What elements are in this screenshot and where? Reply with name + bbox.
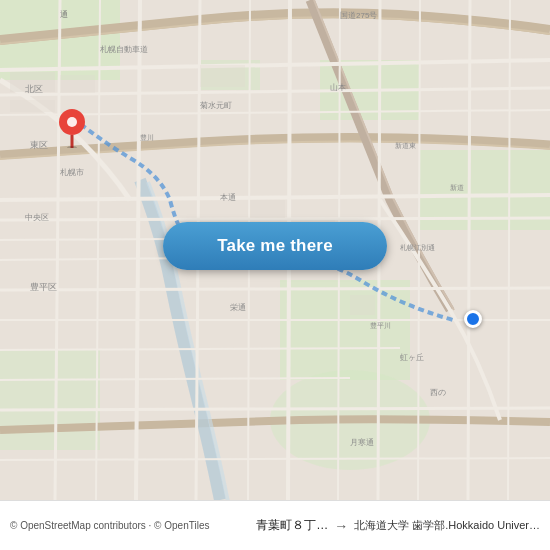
svg-text:月寒通: 月寒通 [350,438,374,447]
svg-text:山本: 山本 [330,83,346,92]
svg-text:新道: 新道 [450,184,464,191]
map-container: 北区 東区 中央区 豊平区 菊水元町 本通 山本 栄通 虹ヶ丘 西の 月寒通 札… [0,0,550,500]
svg-text:東区: 東区 [30,140,48,150]
svg-text:札幌市: 札幌市 [60,168,84,177]
svg-rect-36 [250,200,285,218]
svg-text:栄通: 栄通 [230,303,246,312]
svg-text:西の: 西の [430,388,446,397]
svg-text:新道東: 新道東 [395,142,416,149]
svg-point-61 [67,117,77,127]
pin-icon [58,108,86,148]
svg-line-12 [0,218,550,220]
svg-text:中央区: 中央区 [25,213,49,222]
route-origin: 青葉町８丁… [256,517,328,534]
svg-line-30 [468,0,470,500]
svg-text:本通: 本通 [220,193,236,202]
bottom-bar: © OpenStreetMap contributors · © OpenTil… [0,500,550,550]
svg-text:豊川: 豊川 [140,134,154,141]
destination-dot [464,310,482,328]
svg-rect-38 [350,295,375,315]
route-info: 青葉町８丁… → 北海道大学 歯学部.Hokkaido Univer… [256,517,540,534]
svg-point-60 [67,146,77,148]
route-destination: 北海道大学 歯学部.Hokkaido Univer… [354,518,540,533]
route-arrow-icon: → [334,518,348,534]
svg-rect-34 [10,100,55,112]
svg-text:豊平区: 豊平区 [30,282,57,292]
origin-pin [58,108,86,144]
svg-text:北区: 北区 [25,84,43,94]
svg-text:札幌江別通: 札幌江別通 [400,244,435,251]
svg-text:虹ヶ丘: 虹ヶ丘 [400,353,424,362]
svg-rect-3 [280,280,410,380]
svg-rect-35 [200,65,245,87]
svg-rect-4 [0,350,100,450]
svg-text:国道275号: 国道275号 [340,11,377,20]
svg-text:札幌自動車道: 札幌自動車道 [100,45,148,54]
svg-text:菊水元町: 菊水元町 [200,101,232,110]
map-attribution: © OpenStreetMap contributors · © OpenTil… [10,520,256,531]
take-me-there-label: Take me there [217,236,333,256]
svg-rect-33 [60,75,95,93]
take-me-there-button[interactable]: Take me there [163,222,387,270]
svg-text:豊平川: 豊平川 [370,322,391,329]
svg-text:通: 通 [60,10,68,19]
